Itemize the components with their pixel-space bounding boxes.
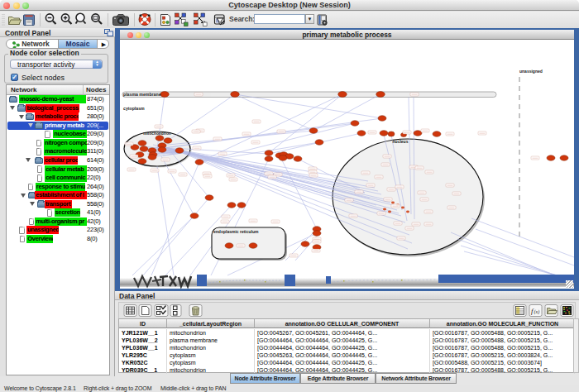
svg-text:unassigned: unassigned <box>519 69 543 74</box>
svg-text:plasma membrane: plasma membrane <box>123 92 161 97</box>
svg-text:cytoplasm: cytoplasm <box>123 106 145 111</box>
svg-text:nucleus: nucleus <box>393 139 409 144</box>
svg-text:(x): (x) <box>534 309 540 315</box>
svg-text:mitochondrion: mitochondrion <box>143 131 171 136</box>
svg-text:endoplasmic reticulum: endoplasmic reticulum <box>213 229 259 234</box>
